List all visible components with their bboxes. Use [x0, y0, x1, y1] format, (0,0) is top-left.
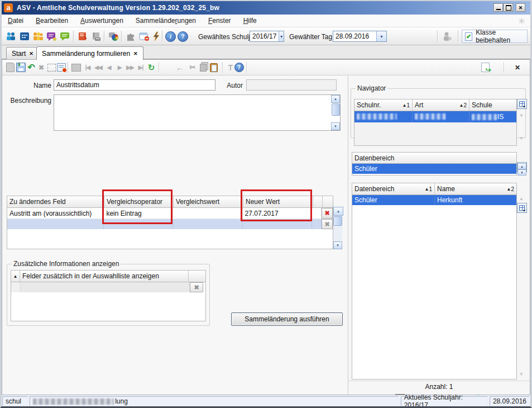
- save-button[interactable]: [15, 61, 26, 73]
- cell-feld[interactable]: [7, 219, 104, 229]
- sort-asc-icon: ▲: [425, 187, 429, 192]
- cell-wert[interactable]: [173, 208, 243, 219]
- puzzle-icon: [125, 31, 136, 41]
- arrow-up-icon: ▲: [337, 210, 340, 213]
- close-button[interactable]: ✕: [516, 3, 525, 12]
- menu-bearbeiten[interactable]: Bearbeiten: [30, 15, 74, 26]
- scroll-up-button[interactable]: ▲: [333, 207, 343, 216]
- title-bar[interactable]: a ASV - Amtliche Schulverwaltung Version…: [2, 1, 530, 15]
- back-arrow-icon: ←: [176, 63, 184, 72]
- maximize-button[interactable]: [504, 3, 513, 12]
- datenbereich-row-selected[interactable]: Schüler: [352, 164, 516, 174]
- delete-row-button[interactable]: ✖: [322, 208, 333, 219]
- back-button: ←: [174, 61, 185, 73]
- scrollbar-thumb[interactable]: [333, 216, 342, 226]
- close-window-button[interactable]: [137, 30, 150, 43]
- scroll-down-button[interactable]: ▼: [333, 241, 342, 249]
- column-label: Schule: [472, 101, 492, 109]
- cell-feld[interactable]: Austritt am (voraussichtlich): [7, 208, 104, 219]
- annotation-highlight-neuer-wert: [241, 189, 312, 221]
- menu-label: atei: [13, 17, 23, 25]
- column-header-datenbereich[interactable]: Datenbereich▲1: [352, 183, 435, 194]
- cell-name: Herkunft: [435, 196, 516, 204]
- field-row-selected[interactable]: Schüler Herkunft: [352, 195, 516, 205]
- statistics-button[interactable]: [107, 30, 119, 43]
- schuljahr-combobox[interactable]: 2016/17 ▼: [250, 31, 284, 42]
- column-header-felder[interactable]: Felder zusätzlich in der Auswahlliste an…: [20, 271, 189, 282]
- change-table-scrollbar[interactable]: ▲ ▼: [333, 207, 342, 249]
- menu-mnemonic: B: [36, 17, 40, 25]
- scroll-down-disabled-icon: ▼: [519, 136, 524, 141]
- messages-purple-button[interactable]: [45, 30, 57, 43]
- students-button[interactable]: [4, 30, 17, 43]
- refresh-button[interactable]: ↻: [146, 61, 157, 73]
- chevron-down-icon[interactable]: ▼: [376, 31, 386, 41]
- column-header-schule[interactable]: Schule: [469, 99, 516, 111]
- arrow-down-icon: ▼: [520, 171, 524, 174]
- execute-button[interactable]: Sammeländerung ausführen: [231, 312, 343, 326]
- help-button[interactable]: ?: [176, 30, 189, 43]
- context-help-button[interactable]: ?: [233, 61, 245, 73]
- tab-start[interactable]: Start ✕: [6, 47, 39, 59]
- edit-form-button[interactable]: [56, 61, 67, 73]
- column-header-art[interactable]: Art▲2: [413, 99, 469, 111]
- scroll-up-button[interactable]: ▲: [331, 95, 340, 103]
- column-header-actions: [323, 196, 333, 207]
- column-header-schulnr[interactable]: Schulnr.▲1: [354, 99, 413, 111]
- zusatz-empty-row[interactable]: ✖: [11, 282, 205, 292]
- status-value: 28.09.2016: [493, 397, 526, 405]
- quick-action-button[interactable]: [150, 30, 162, 43]
- klasse-checkbox[interactable]: ✔: [465, 32, 472, 41]
- column-header-name[interactable]: Name▲2: [435, 183, 516, 194]
- tab-close-icon[interactable]: ✕: [133, 51, 138, 56]
- menu-fenster[interactable]: Fenster: [202, 15, 237, 26]
- cell-wert[interactable]: [173, 219, 243, 229]
- toolbar-separator: [504, 62, 504, 73]
- beschreibung-textarea[interactable]: ▲ ▼: [54, 94, 341, 131]
- spin-down-button[interactable]: ▼: [517, 169, 526, 175]
- column-header-vergleichswert[interactable]: Vergleichswert: [174, 196, 243, 207]
- menu-sammelaenderungen[interactable]: Sammeländerungen: [130, 15, 202, 26]
- column-picker-button[interactable]: ▼: [517, 203, 527, 213]
- arrow-down-icon: ▼: [336, 244, 339, 247]
- tab-sammelaenderung-formulieren[interactable]: Sammeländerung formulieren ✕: [36, 46, 143, 60]
- tag-combobox[interactable]: 28.09.2016 ▼: [333, 31, 387, 42]
- last-record-button: ▶|: [135, 61, 146, 73]
- close-view-button[interactable]: ✕: [512, 61, 523, 73]
- tab-close-icon[interactable]: ✕: [29, 51, 33, 56]
- zusatz-fieldset: Zusätzliche Informationen anzeigen ▲ Fel…: [7, 260, 210, 326]
- info-button[interactable]: i: [164, 30, 177, 43]
- tab-label: Sammeländerung formulieren: [42, 50, 130, 58]
- fields-table: Datenbereich▲1 Name▲2 Schüler Herkunft: [352, 183, 517, 379]
- menu-auswertungen[interactable]: Auswertungen: [74, 15, 130, 26]
- column-header-feld[interactable]: Zu änderndes Feld: [7, 196, 104, 207]
- paste-button[interactable]: [208, 61, 219, 73]
- clear-field-button: ✖: [190, 282, 203, 292]
- menu-hilfe[interactable]: Hilfe: [237, 15, 263, 26]
- school-button[interactable]: [18, 30, 31, 43]
- messages-green-button[interactable]: [58, 30, 71, 43]
- empty-field[interactable]: [21, 282, 190, 292]
- name-input[interactable]: [54, 79, 215, 91]
- report-book-button[interactable]: [76, 30, 89, 43]
- menu-datei[interactable]: Datei: [2, 15, 30, 26]
- scroll-down-button[interactable]: ▼: [331, 122, 340, 130]
- sort-column-header[interactable]: ▲: [11, 271, 20, 282]
- window-remove-icon: [138, 31, 150, 41]
- scrollbar-thumb[interactable]: [332, 103, 340, 116]
- column-picker-button[interactable]: ▼: [517, 99, 527, 109]
- modules-button[interactable]: [124, 30, 137, 43]
- building-icon: [19, 31, 30, 41]
- column-header-datenbereich[interactable]: Datenbereich: [352, 153, 516, 164]
- teachers-button[interactable]: [31, 30, 44, 43]
- minimize-button[interactable]: [493, 3, 503, 12]
- disabled-tool-button: [440, 30, 453, 43]
- school-row-selected[interactable]: IS: [354, 111, 516, 122]
- spin-up-button[interactable]: ▲: [517, 163, 526, 169]
- export-button[interactable]: ↪: [480, 61, 491, 73]
- undo-button[interactable]: ↶: [26, 61, 37, 73]
- print-list-button[interactable]: [89, 30, 102, 43]
- sort-order: 2: [511, 186, 514, 192]
- chevron-down-icon[interactable]: ▼: [279, 31, 284, 41]
- sort-asc-icon: ▲: [459, 103, 464, 108]
